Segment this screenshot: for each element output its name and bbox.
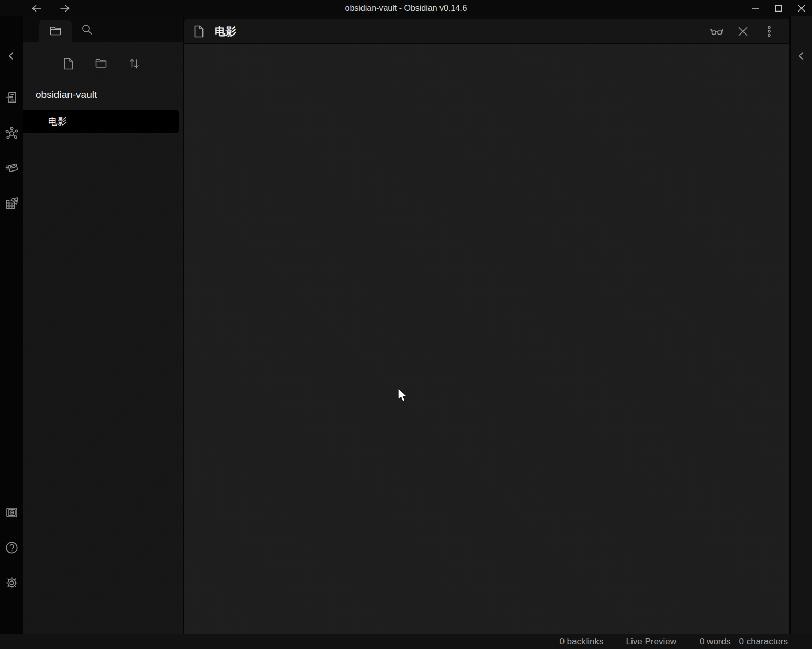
- document-icon: [193, 25, 205, 38]
- vertical-dots-icon: [762, 25, 776, 38]
- back-button[interactable]: [29, 1, 44, 16]
- close-window-button[interactable]: [794, 1, 809, 16]
- settings-button[interactable]: [4, 575, 19, 590]
- folder-icon: [49, 24, 62, 38]
- tab-search[interactable]: [80, 22, 94, 37]
- quick-switcher-icon: [5, 90, 18, 104]
- sort-arrows-icon: [128, 57, 141, 70]
- word-count: 0 words: [700, 636, 731, 647]
- history-nav: [29, 0, 72, 16]
- new-folder-icon: [94, 56, 108, 70]
- arrow-left-icon: [30, 2, 43, 15]
- forward-button[interactable]: [58, 1, 72, 16]
- new-folder-button[interactable]: [94, 56, 108, 70]
- window-controls: [748, 0, 809, 16]
- file-item-selected[interactable]: 电影: [23, 110, 179, 133]
- reading-view-button[interactable]: [709, 24, 724, 39]
- help-button[interactable]: [4, 540, 19, 555]
- gear-icon: [5, 576, 19, 590]
- new-file-icon: [62, 57, 75, 70]
- close-tab-button[interactable]: [736, 24, 750, 39]
- left-sidebar: obsidian-vault 电影: [23, 16, 183, 634]
- chevron-left-icon: [6, 50, 17, 62]
- tab-file-explorer[interactable]: [39, 20, 72, 42]
- arrow-right-icon: [59, 2, 71, 15]
- more-options-button[interactable]: [762, 24, 776, 39]
- explorer-actions: [23, 56, 183, 70]
- close-icon: [796, 3, 807, 14]
- note-title: 电影: [215, 24, 236, 39]
- close-x-icon: [736, 25, 750, 38]
- character-count: 0 characters: [739, 636, 788, 647]
- chevron-left-icon: [796, 50, 807, 62]
- maximize-button[interactable]: [771, 1, 786, 16]
- collapse-left-sidebar-button[interactable]: [4, 49, 19, 63]
- graph-view-button[interactable]: [4, 126, 19, 140]
- sidebar-tabstrip: [23, 16, 183, 42]
- view-header-title-area: 电影: [193, 19, 236, 43]
- maximize-icon: [773, 3, 784, 14]
- graph-icon: [5, 126, 19, 140]
- left-ribbon: [0, 16, 23, 634]
- titlebar: obsidian-vault - Obsidian v0.14.6: [0, 0, 812, 16]
- flying-note-icon: [5, 161, 19, 175]
- minimize-icon: [750, 3, 761, 14]
- editor-mode-toggle[interactable]: Live Preview: [626, 636, 676, 647]
- status-bar: 0 backlinks Live Preview 0 words 0 chara…: [0, 634, 812, 649]
- glasses-icon: [709, 24, 724, 39]
- vault-icon: [5, 506, 19, 520]
- file-item-label: 电影: [48, 110, 67, 133]
- blocks-grid-button[interactable]: [4, 196, 19, 210]
- blocks-grid-icon: [5, 196, 19, 210]
- open-vault-button[interactable]: [4, 505, 19, 520]
- editor-pane: 电影: [184, 16, 789, 634]
- right-sidebar-collapsed: [791, 16, 812, 634]
- file-explorer-panel: obsidian-vault 电影: [23, 42, 183, 634]
- editor-content[interactable]: [184, 44, 789, 634]
- view-header: 电影: [184, 19, 789, 43]
- backlinks-count[interactable]: 0 backlinks: [559, 636, 603, 647]
- window-title: obsidian-vault - Obsidian v0.14.6: [0, 0, 812, 16]
- minimize-button[interactable]: [748, 1, 763, 16]
- search-icon: [81, 23, 94, 36]
- help-icon: [5, 541, 19, 555]
- workspace: obsidian-vault 电影 电影: [0, 16, 812, 634]
- quick-switcher-button[interactable]: [4, 90, 19, 105]
- new-note-button[interactable]: [61, 56, 75, 70]
- sort-order-button[interactable]: [127, 56, 141, 70]
- flying-note-button[interactable]: [4, 160, 19, 175]
- view-header-actions: [709, 19, 776, 43]
- expand-right-sidebar-button[interactable]: [794, 49, 809, 63]
- vault-name[interactable]: obsidian-vault: [36, 89, 97, 100]
